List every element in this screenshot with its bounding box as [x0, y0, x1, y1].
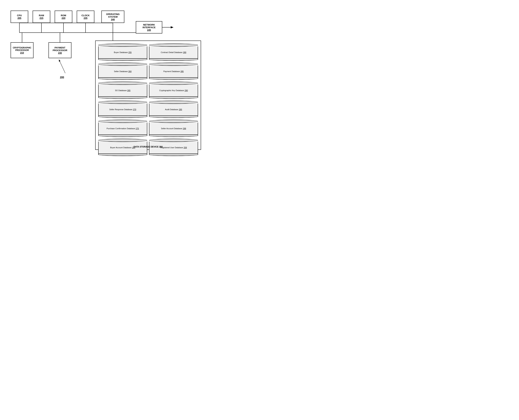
cylinder-body-2: Contract Detail Database 280	[149, 46, 198, 59]
rom-box: ROM 220	[55, 11, 72, 23]
cylinder-body-7: Seller Response Database 270	[98, 104, 147, 116]
cylinder-bottom-3	[98, 77, 147, 80]
seller-response-database: Seller Response Database 270	[98, 101, 147, 118]
buyer-database: Buyer Database 255	[98, 44, 147, 61]
cylinder-top-5	[98, 82, 147, 85]
cylinder-bottom-7	[98, 115, 147, 118]
cylinder-bottom-5	[98, 96, 147, 99]
payment-db-label: Payment Database 285	[163, 70, 184, 73]
seller-database: Seller Database 260	[98, 63, 147, 80]
cylinder-bottom-4	[149, 77, 198, 80]
cylinder-body-10: Seller Account Database 298	[149, 122, 198, 135]
cylinder-top-1	[98, 44, 147, 47]
netif-label2: INTERFACE	[143, 26, 156, 29]
clock-ref: 235	[84, 17, 87, 19]
cylinder-body-9: Purchase Confirmation Database 275	[98, 122, 147, 135]
rom-ref: 220	[61, 17, 65, 19]
cylinder-body-4: Payment Database 285	[149, 65, 198, 78]
cylinder-bottom-11	[98, 154, 147, 156]
cylinder-top-4	[149, 63, 198, 66]
cylinder-top-3	[98, 63, 147, 66]
payment-ref: 230	[58, 52, 62, 54]
diagram: CPU 205 RAM 215 ROM 220 CLOCK 235 OPERAT…	[5, 5, 206, 157]
crypto-label1: CRYPTOGRAPHIC	[13, 46, 31, 49]
cylinder-bottom-1	[98, 58, 147, 61]
cylinder-top-2	[149, 44, 198, 47]
clock-box: CLOCK 235	[77, 11, 94, 23]
cylinder-body-3: Seller Database 260	[98, 65, 147, 78]
ram-ref: 215	[39, 17, 43, 19]
seller-db-label: Seller Database 260	[113, 70, 132, 73]
netif-ref: 245	[147, 29, 151, 31]
cylinder-bottom-10	[149, 135, 198, 137]
cylinder-bottom-2	[149, 58, 198, 61]
cylinder-top-11	[98, 139, 147, 142]
os-ref: 240	[111, 18, 115, 21]
crypto-key-db-label: Cryptographic Key Database 290	[159, 89, 189, 92]
purchase-confirmation-database: Purchase Confirmation Database 275	[98, 120, 147, 137]
cylinder-bottom-6	[149, 96, 198, 99]
so-db-label: SO Database 265	[114, 89, 131, 92]
cylinder-bottom-12	[149, 154, 198, 156]
svg-line-13	[59, 60, 65, 73]
ram-label: RAM	[39, 14, 44, 17]
crypto-processor-box: CRYPTOGRAPHIC PROCESSOR 210	[11, 42, 33, 58]
cylinder-bottom-8	[149, 115, 198, 118]
cylinder-body-1: Buyer Database 255	[98, 46, 147, 59]
seller-response-db-label: Seller Response Database 270	[109, 108, 137, 111]
seller-account-database: Seller Account Database 298	[149, 120, 198, 137]
cryptographic-key-database: Cryptographic Key Database 290	[149, 82, 198, 99]
crypto-label2: PROCESSOR	[15, 49, 29, 52]
cpu-box: CPU 205	[11, 11, 28, 23]
seller-account-db-label: Seller Account Database 298	[160, 127, 187, 130]
audit-database: Audit Database 295	[149, 101, 198, 118]
ref-200-label: 200	[60, 76, 64, 79]
cylinder-top-12	[149, 139, 198, 142]
cylinder-top-6	[149, 82, 198, 85]
database-grid: Buyer Database 255 Contract Detail Datab…	[96, 41, 201, 150]
os-label1: OPERATING	[106, 13, 120, 15]
os-box: OPERATING SYSTEM 240	[101, 11, 124, 23]
payment-processor-box: PAYMENT PROCESSOR 230	[48, 42, 71, 58]
cylinder-top-8	[149, 101, 198, 104]
ram-box: RAM 215	[33, 11, 50, 23]
cpu-ref: 205	[17, 17, 21, 19]
clock-label: CLOCK	[82, 14, 90, 17]
so-database: SO Database 265	[98, 82, 147, 99]
purchase-confirm-db-label: Purchase Confirmation Database 275	[106, 127, 139, 130]
data-storage-container: Buyer Database 255 Contract Detail Datab…	[95, 41, 201, 150]
buyer-db-label: Buyer Database 255	[113, 51, 132, 53]
cylinder-top-10	[149, 120, 198, 123]
buyer-account-db-label: Buyer Account Database 297	[109, 146, 136, 149]
contract-db-label: Contract Detail Database 280	[160, 51, 187, 53]
cylinder-top-7	[98, 101, 147, 104]
cylinder-body-6: Cryptographic Key Database 290	[149, 84, 198, 97]
cylinder-body-8: Audit Database 295	[149, 104, 198, 116]
payment-database: Payment Database 285	[149, 63, 198, 80]
contract-detail-database: Contract Detail Database 280	[149, 44, 198, 61]
registered-user-db-label: Registered User Database 258	[160, 146, 187, 149]
payment-label2: PROCESSOR	[53, 49, 67, 52]
rom-label: ROM	[61, 14, 66, 17]
netif-label1: NETWORK	[143, 23, 155, 26]
cylinder-bottom-9	[98, 135, 147, 137]
audit-db-label: Audit Database 295	[164, 108, 183, 111]
cylinder-body-5: SO Database 265	[98, 84, 147, 97]
cylinder-top-9	[98, 120, 147, 123]
cpu-label: CPU	[17, 14, 22, 17]
storage-device-label: DATA STORAGE DEVICE 250	[134, 146, 163, 148]
network-interface-box: NETWORK INTERFACE 245	[136, 21, 162, 33]
payment-label1: PAYMENT	[54, 46, 65, 49]
os-label2: SYSTEM	[108, 15, 117, 18]
crypto-ref: 210	[20, 52, 24, 54]
